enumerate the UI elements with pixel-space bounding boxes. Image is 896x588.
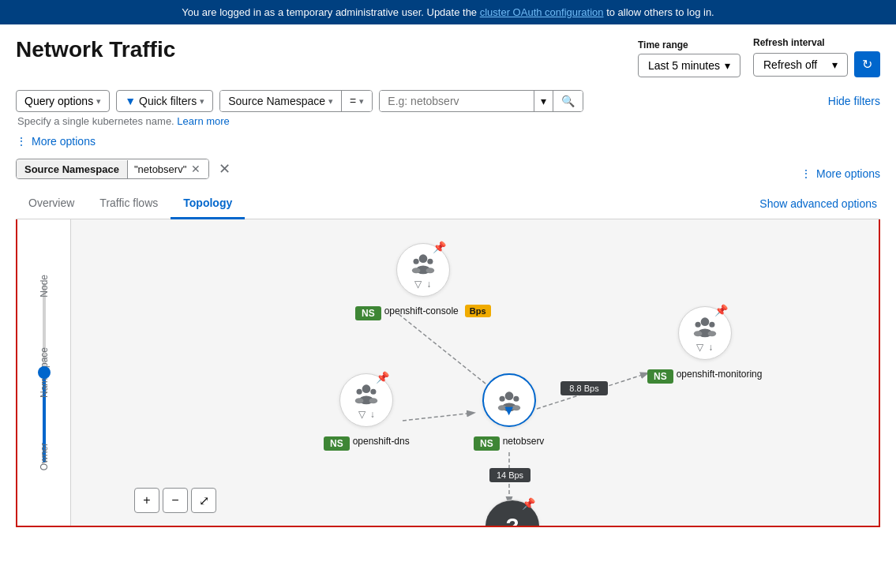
node-openshift-console[interactable]: 📌 ▽ ↓ NS opensh [355,243,491,320]
time-range-dropdown[interactable]: Last 5 minutes ▾ [638,54,740,77]
quick-filters-button[interactable]: ▼ Quick filters ▾ [116,90,213,112]
tab-overview[interactable]: Overview [16,189,87,219]
svg-point-15 [499,396,504,402]
equals-sign: = [350,95,356,107]
arrow-icon-dns: ↓ [370,409,375,420]
pin-icon-dns: 📌 [376,371,389,384]
refresh-value: Refresh off [763,58,817,71]
arrow-icon-console: ↓ [426,279,431,290]
zoom-out-button[interactable]: − [163,488,188,513]
monitoring-icons: ▽ ↓ [696,342,713,353]
helper-text: Specify a single kubernetes name. Learn … [17,115,880,127]
svg-point-10 [427,259,433,264]
slider-container: Node Namespace Owner [17,235,70,510]
refresh-group: Refresh interval Refresh off ▾ ↻ [753,37,880,77]
dns-ns-row: NS openshift-dns [324,432,410,451]
oauth-link[interactable]: cluster OAuth configuration [480,6,604,18]
svg-point-28 [371,389,377,395]
refresh-icon: ↻ [862,57,872,72]
topo-circle-dns: 📌 ▽ ↓ [339,373,393,427]
equals-selector[interactable]: = ▾ [342,91,372,111]
svg-rect-4 [560,381,608,395]
refresh-dropdown[interactable]: Refresh off ▾ [753,53,848,77]
query-chevron: ▾ [96,96,101,107]
time-range-chevron: ▾ [725,59,730,72]
top-banner: You are logged in as a temporary adminis… [0,0,896,24]
node-openshift-monitoring[interactable]: 📌 ▽ ↓ NS opensh [647,306,762,384]
people-icon-console [411,250,436,275]
refresh-button[interactable]: ↻ [854,51,880,77]
more-options-left-button[interactable]: ⋮ More options [16,133,96,149]
svg-point-30 [355,398,364,403]
chip-value: "netobserv" ✕ [128,159,208,178]
svg-point-16 [513,396,519,402]
unknown-icon: ? [505,514,519,526]
more-options-left-dots: ⋮ [16,135,27,148]
equals-chevron: ▾ [359,96,364,107]
tabs: Overview Traffic flows Topology [16,189,245,219]
more-options-right-button[interactable]: ⋮ More options [800,166,880,182]
console-ns-row: NS openshift-console Bps [355,301,491,320]
node-openshift-dns[interactable]: 📌 ▽ ↓ NS opensh [324,373,410,451]
svg-point-21 [695,322,700,328]
pin-icon-unknown: 📌 [522,497,535,510]
query-options-button[interactable]: Query options ▾ [16,90,110,112]
chip-close-button[interactable]: ✕ [189,163,202,175]
topology-canvas: 8.8 Bps 14 Bps 📌 [71,219,879,526]
time-range-value: Last 5 minutes [648,59,720,72]
filter-input-group: ▾ 🔍 [379,90,583,112]
zoom-in-button[interactable]: + [134,488,159,513]
svg-point-12 [412,268,421,273]
monitoring-ns-label: openshift-monitoring [677,369,763,380]
show-advanced-button[interactable]: Show advanced options [756,194,880,213]
svg-point-31 [369,398,378,403]
filter-input[interactable] [380,91,534,111]
query-options-label: Query options [24,95,93,107]
svg-text:8.8 Bps: 8.8 Bps [569,384,599,393]
slider-node-label: Node [39,275,50,298]
svg-point-22 [709,322,714,328]
monitoring-ns-badge: NS [647,369,673,384]
refresh-row: Refresh off ▾ ↻ [753,51,880,77]
namespace-selector[interactable]: Source Namespace ▾ [220,91,342,111]
pin-icon-monitoring: 📌 [714,304,728,316]
funnel-icon: ▼ [125,95,136,107]
more-options-right-label: More options [816,167,880,180]
slider-panel: Node Namespace Owner [17,219,71,526]
svg-point-26 [362,384,371,393]
topo-circle-monitoring: 📌 ▽ ↓ [678,306,732,360]
console-ns-label: openshift-console [384,305,459,316]
svg-point-20 [700,317,709,326]
quick-chevron: ▾ [200,96,204,107]
refresh-chevron: ▾ [832,58,838,71]
svg-point-14 [504,391,513,400]
slider-thumb[interactable] [38,366,51,379]
namespace-filter-group: Source Namespace ▾ = ▾ [219,90,373,112]
namespace-chevron: ▾ [328,96,333,107]
svg-point-24 [693,331,702,336]
learn-more-link[interactable]: Learn more [177,115,229,127]
filter-icon-dns: ▽ [358,409,366,420]
filter-search-button[interactable]: 🔍 [553,91,583,111]
chip-remove-all-button[interactable]: ✕ [216,160,234,178]
filter-input-dropdown[interactable]: ▾ [534,91,553,111]
filter-chips: Source Namespace "netobserv" ✕ ✕ [16,159,234,179]
monitoring-ns-row: NS openshift-monitoring [647,365,762,384]
zoom-fit-button[interactable]: ⤢ [191,488,216,513]
tab-topology[interactable]: Topology [171,189,245,219]
topo-circle-unknown: 📌 ? [485,500,539,526]
console-ns-badge: NS [355,306,381,320]
node-netobserv[interactable]: ▼ NS netobserv [474,373,544,451]
quick-filters-label: Quick filters [139,95,197,107]
node-unknown[interactable]: 📌 ? Unknown [485,500,539,526]
topo-circle-netobserv: ▼ [482,373,536,427]
header-row: Network Traffic Time range Last 5 minute… [16,37,880,77]
slider-owner-label: Owner [39,443,50,470]
filter-highlight-icon: ▼ [502,403,516,419]
topo-circle-console: 📌 ▽ ↓ [396,243,450,297]
svg-line-1 [537,373,647,409]
tab-traffic-flows[interactable]: Traffic flows [87,189,171,219]
dns-ns-label: openshift-dns [353,436,410,447]
hide-filters-link[interactable]: Hide filters [828,95,880,107]
console-icons: ▽ ↓ [414,279,431,290]
